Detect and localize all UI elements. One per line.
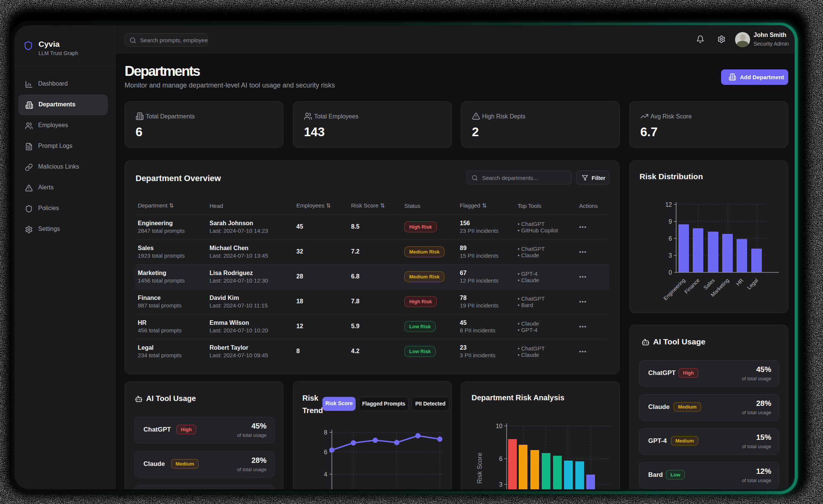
svg-text:6: 6 bbox=[669, 235, 672, 242]
svg-text:HR: HR bbox=[735, 277, 744, 287]
svg-text:3: 3 bbox=[669, 252, 672, 259]
svg-text:6: 6 bbox=[324, 449, 327, 455]
svg-text:Sales: Sales bbox=[702, 277, 716, 291]
svg-text:6: 6 bbox=[499, 456, 502, 462]
svg-text:0: 0 bbox=[669, 269, 672, 276]
svg-text:Engineering: Engineering bbox=[662, 277, 686, 301]
svg-text:Legal: Legal bbox=[746, 277, 760, 291]
svg-text:10: 10 bbox=[496, 423, 502, 429]
svg-text:Risk Score: Risk Score bbox=[476, 453, 483, 484]
svg-text:12: 12 bbox=[665, 201, 672, 208]
svg-text:9: 9 bbox=[669, 218, 672, 225]
svg-text:3: 3 bbox=[499, 481, 502, 488]
svg-text:Finance: Finance bbox=[683, 277, 701, 295]
svg-text:4: 4 bbox=[324, 471, 327, 478]
svg-text:8: 8 bbox=[324, 429, 327, 436]
